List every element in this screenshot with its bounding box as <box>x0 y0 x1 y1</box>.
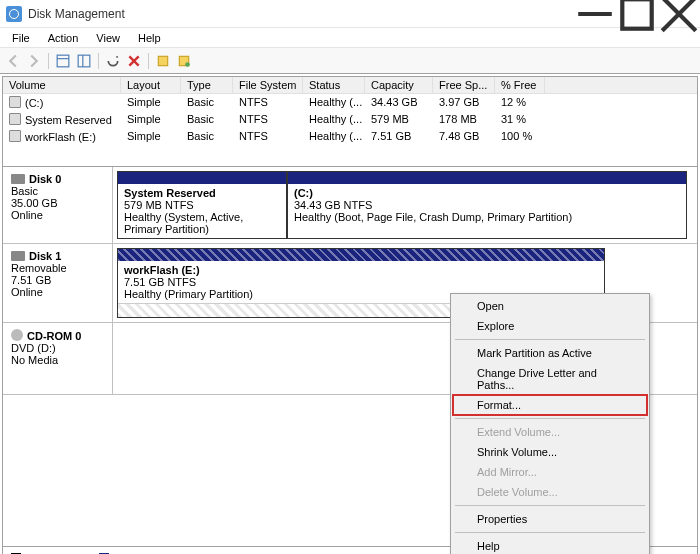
ctx-properties[interactable]: Properties <box>453 509 647 529</box>
ctx-extend: Extend Volume... <box>453 422 647 442</box>
volume-row[interactable]: (C:)SimpleBasicNTFSHealthy (...34.43 GB3… <box>3 94 697 111</box>
maximize-button[interactable] <box>616 0 658 27</box>
disk-label[interactable]: Disk 1Removable7.51 GBOnline <box>3 244 113 322</box>
forward-icon <box>25 52 43 70</box>
toolbar-settings-icon[interactable] <box>104 52 122 70</box>
svg-rect-6 <box>78 55 90 67</box>
close-button[interactable] <box>658 0 700 27</box>
disk-icon <box>11 251 25 261</box>
col-volume[interactable]: Volume <box>3 77 121 93</box>
svg-rect-10 <box>158 56 167 65</box>
cd-icon <box>11 329 23 341</box>
ctx-explore[interactable]: Explore <box>453 316 647 336</box>
volume-row[interactable]: System ReservedSimpleBasicNTFSHealthy (.… <box>3 111 697 128</box>
svg-rect-4 <box>57 55 69 67</box>
toolbar-prop2-icon[interactable] <box>175 52 193 70</box>
ctx-change-letter[interactable]: Change Drive Letter and Paths... <box>453 363 647 395</box>
col-type[interactable]: Type <box>181 77 233 93</box>
back-icon <box>4 52 22 70</box>
disk-label[interactable]: Disk 0Basic35.00 GBOnline <box>3 167 113 243</box>
toolbar <box>0 48 700 74</box>
col-free[interactable]: Free Sp... <box>433 77 495 93</box>
ctx-shrink[interactable]: Shrink Volume... <box>453 442 647 462</box>
col-pctfree[interactable]: % Free <box>495 77 545 93</box>
col-filesystem[interactable]: File System <box>233 77 303 93</box>
ctx-delete: Delete Volume... <box>453 482 647 502</box>
toolbar-view-icon[interactable] <box>54 52 72 70</box>
volume-row[interactable]: workFlash (E:)SimpleBasicNTFSHealthy (..… <box>3 128 697 145</box>
context-menu: Open Explore Mark Partition as Active Ch… <box>450 293 650 554</box>
disk-icon <box>11 174 25 184</box>
disk-row: Disk 0Basic35.00 GBOnlineSystem Reserved… <box>3 167 697 244</box>
ctx-mark-active[interactable]: Mark Partition as Active <box>453 343 647 363</box>
col-layout[interactable]: Layout <box>121 77 181 93</box>
ctx-open[interactable]: Open <box>453 296 647 316</box>
col-capacity[interactable]: Capacity <box>365 77 433 93</box>
ctx-add-mirror: Add Mirror... <box>453 462 647 482</box>
toolbar-refresh-icon[interactable] <box>75 52 93 70</box>
menu-help[interactable]: Help <box>130 30 169 46</box>
ctx-help[interactable]: Help <box>453 536 647 554</box>
disk-label[interactable]: CD-ROM 0DVD (D:)No Media <box>3 323 113 394</box>
svg-rect-1 <box>622 0 651 28</box>
titlebar: Disk Management <box>0 0 700 28</box>
menu-view[interactable]: View <box>88 30 128 46</box>
partition[interactable]: System Reserved579 MB NTFSHealthy (Syste… <box>117 171 287 239</box>
partition[interactable]: (C:)34.43 GB NTFSHealthy (Boot, Page Fil… <box>287 171 687 239</box>
ctx-format[interactable]: Format... <box>453 395 647 415</box>
toolbar-prop1-icon[interactable] <box>154 52 172 70</box>
window-title: Disk Management <box>28 7 574 21</box>
app-icon <box>6 6 22 22</box>
menu-file[interactable]: File <box>4 30 38 46</box>
svg-point-12 <box>185 62 190 67</box>
minimize-button[interactable] <box>574 0 616 27</box>
volume-list: Volume Layout Type File System Status Ca… <box>3 77 697 167</box>
volume-header: Volume Layout Type File System Status Ca… <box>3 77 697 94</box>
toolbar-delete-icon[interactable] <box>125 52 143 70</box>
col-status[interactable]: Status <box>303 77 365 93</box>
menu-action[interactable]: Action <box>40 30 87 46</box>
